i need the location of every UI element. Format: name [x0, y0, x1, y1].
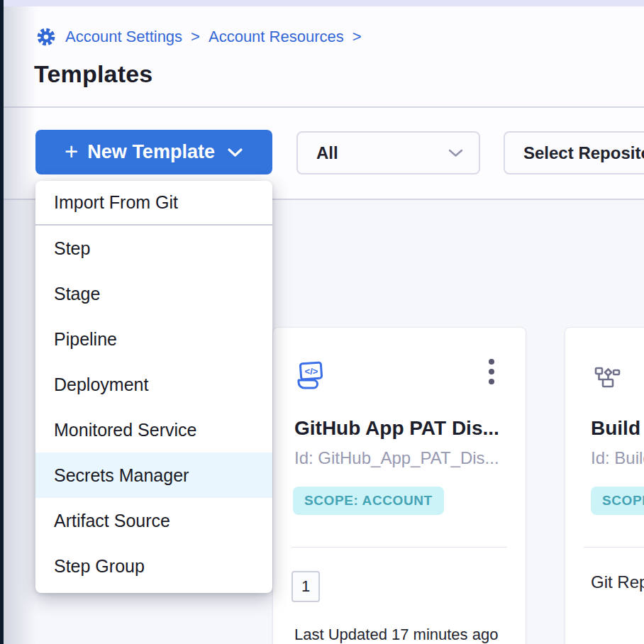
template-card-title: Build Stage [591, 417, 644, 440]
breadcrumb: Account Settings > Account Resources > [35, 26, 362, 48]
menu-item-step[interactable]: Step [35, 226, 272, 271]
new-template-button[interactable]: + New Template [35, 130, 272, 174]
template-card-github-app-pat[interactable]: </> GitHub App PAT Dis... Id: GitHub_App… [272, 327, 526, 644]
new-template-dropdown-menu: Import From Git Step Stage Pipeline Depl… [35, 181, 272, 593]
git-repo-text: Git Repo [591, 572, 644, 592]
page-title: Templates [34, 60, 152, 88]
breadcrumb-separator: > [191, 28, 200, 46]
scope-badge: SCOPE: ACCOUNT [591, 487, 644, 515]
menu-item-pipeline[interactable]: Pipeline [35, 316, 272, 362]
card-divider [292, 547, 507, 548]
menu-item-stage[interactable]: Stage [35, 271, 272, 316]
svg-text:</>: </> [305, 366, 318, 377]
chevron-down-icon [227, 147, 243, 157]
template-card-title: GitHub App PAT Dis... [294, 417, 499, 440]
breadcrumb-separator: > [352, 28, 362, 46]
card-options-kebab-icon[interactable] [486, 356, 497, 387]
menu-item-step-group[interactable]: Step Group [35, 543, 272, 589]
stage-template-icon [594, 365, 622, 396]
scope-badge: SCOPE: ACCOUNT [293, 487, 444, 515]
menu-item-monitored-service[interactable]: Monitored Service [35, 407, 272, 453]
template-type-filter-select[interactable]: All [296, 131, 480, 174]
code-template-icon: </> [293, 359, 327, 396]
breadcrumb-account-resources[interactable]: Account Resources [209, 28, 344, 46]
template-card-id: Id: Build_Stage [591, 448, 644, 468]
template-card-id: Id: GitHub_App_PAT_Dis... [294, 448, 499, 468]
menu-item-deployment[interactable]: Deployment [35, 362, 272, 407]
menu-item-artifact-source[interactable]: Artifact Source [35, 498, 272, 543]
template-card-build-stage[interactable]: Build Stage Id: Build_Stage SCOPE: ACCOU… [565, 327, 644, 644]
repository-filter-label: Select Repository [523, 143, 644, 163]
breadcrumb-account-settings[interactable]: Account Settings [65, 28, 182, 46]
template-type-filter-value: All [316, 143, 338, 163]
gear-icon [35, 26, 57, 48]
last-updated-text: Last Updated 17 minutes ago [294, 626, 498, 644]
repository-filter-select[interactable]: Select Repository [504, 131, 644, 174]
chevron-down-icon [448, 148, 463, 157]
plus-icon: + [65, 140, 78, 163]
left-edge-rail [0, 0, 4, 644]
top-accent-strip [0, 0, 644, 6]
menu-item-secrets-manager[interactable]: Secrets Manager [35, 453, 272, 498]
menu-item-import-from-git[interactable]: Import From Git [35, 181, 272, 224]
new-template-button-label: New Template [87, 141, 215, 163]
card-divider [584, 547, 644, 548]
page-header: Account Settings > Account Resources > T… [0, 6, 644, 108]
version-chip[interactable]: 1 [292, 571, 320, 602]
